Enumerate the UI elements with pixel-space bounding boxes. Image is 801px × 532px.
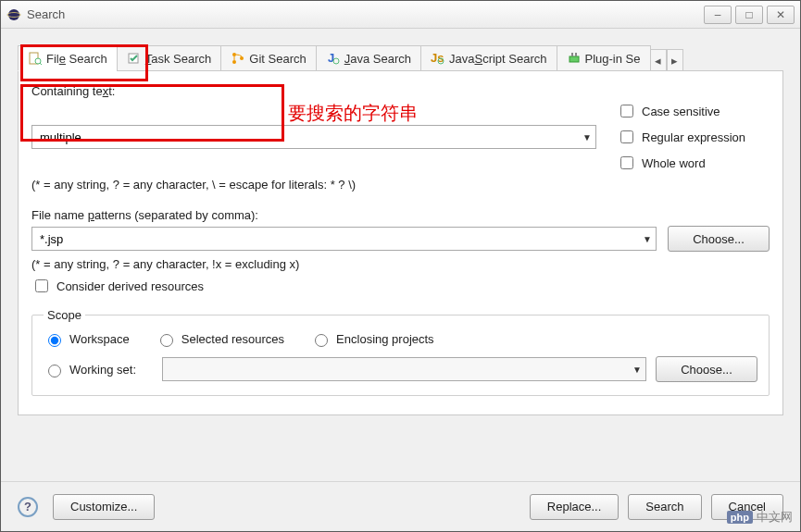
java-search-icon: J [326, 51, 341, 66]
dropdown-icon[interactable]: ▼ [582, 132, 592, 142]
svg-line-4 [40, 63, 42, 65]
search-dialog: Search – □ ✕ 要搜索的字符串 File Search Task Se… [0, 0, 801, 532]
svg-rect-13 [569, 56, 579, 62]
git-search-icon [231, 51, 245, 66]
replace-button[interactable]: Replace... [530, 494, 620, 520]
watermark-text: 中文网 [757, 509, 793, 526]
help-icon[interactable]: ? [18, 497, 38, 517]
svg-rect-14 [571, 53, 573, 56]
choose-working-set-button[interactable]: Choose... [656, 356, 757, 382]
titlebar[interactable]: Search – □ ✕ [1, 1, 800, 29]
dialog-footer: ? Customize... Replace... Search Cancel [1, 481, 800, 531]
tab-label: File Search [46, 52, 107, 66]
javascript-search-icon: Js [431, 51, 445, 66]
file-search-panel: Containing text: ▼ Case sensitive Regula… [18, 71, 783, 415]
patterns-input[interactable] [38, 231, 650, 247]
tab-git-search[interactable]: Git Search [220, 45, 316, 71]
tab-scroll-right[interactable]: ▸ [667, 49, 683, 71]
derived-checkbox[interactable]: Consider derived resources [31, 277, 770, 295]
containing-text-combo[interactable]: ▼ [31, 125, 596, 149]
working-set-input[interactable] [169, 362, 640, 377]
tab-task-search[interactable]: Task Search [117, 45, 222, 71]
tab-label: Java Search [344, 52, 411, 66]
svg-point-6 [232, 53, 236, 56]
scope-working-set-radio[interactable]: Working set: [44, 362, 153, 377]
containing-text-input[interactable] [38, 130, 590, 145]
svg-point-7 [232, 60, 236, 64]
tab-java-search[interactable]: J Java Search [316, 45, 421, 71]
tab-bar: File Search Task Search Git Search J Jav… [18, 43, 783, 71]
tab-javascript-search[interactable]: Js JavaScript Search [420, 45, 557, 71]
maximize-button[interactable]: □ [735, 6, 763, 24]
case-sensitive-checkbox[interactable]: Case sensitive [617, 102, 770, 120]
containing-text-label: Containing text: [31, 84, 770, 98]
choose-patterns-button[interactable]: Choose... [668, 226, 770, 252]
tab-label: Git Search [249, 52, 306, 66]
plugin-search-icon [567, 51, 582, 66]
regex-checkbox[interactable]: Regular expression [617, 128, 770, 146]
task-search-icon [127, 51, 142, 66]
scope-selected-radio[interactable]: Selected resources [156, 331, 284, 347]
file-search-icon [28, 51, 43, 66]
whole-word-checkbox[interactable]: Whole word [617, 154, 770, 172]
svg-text:Js: Js [431, 51, 444, 65]
scope-enclosing-radio[interactable]: Enclosing projects [310, 331, 434, 347]
content-area: File Search Task Search Git Search J Jav… [1, 29, 800, 428]
tab-label: JavaScript Search [449, 52, 547, 66]
tab-file-search[interactable]: File Search [18, 45, 118, 71]
window-title: Search [27, 7, 704, 21]
svg-point-8 [240, 56, 244, 60]
eclipse-icon [6, 7, 21, 22]
tab-plugin-search[interactable]: Plug-in Se [557, 45, 651, 71]
working-set-combo[interactable]: ▼ [162, 357, 646, 381]
dropdown-icon[interactable]: ▼ [643, 234, 652, 244]
tab-label: Plug-in Se [585, 52, 641, 66]
php-badge: php [727, 511, 753, 524]
window-controls: – □ ✕ [704, 6, 795, 24]
containing-text-hint: (* = any string, ? = any character, \ = … [31, 178, 770, 192]
tab-label: Task Search [145, 52, 212, 66]
tab-scroll-left[interactable]: ◂ [650, 49, 667, 71]
scope-workspace-radio[interactable]: Workspace [44, 331, 130, 347]
minimize-button[interactable]: – [704, 6, 732, 24]
patterns-label: File name patterns (separated by comma): [31, 208, 770, 222]
close-button[interactable]: ✕ [767, 6, 795, 24]
scope-group: Scope Workspace Selected resources Enclo… [31, 308, 770, 396]
svg-rect-15 [575, 53, 577, 56]
customize-button[interactable]: Customize... [53, 494, 155, 520]
svg-point-0 [8, 9, 19, 20]
search-button[interactable]: Search [628, 494, 701, 520]
patterns-combo[interactable]: ▼ [31, 227, 657, 251]
search-options: Case sensitive Regular expression Whole … [617, 102, 770, 172]
dropdown-icon[interactable]: ▼ [632, 365, 642, 375]
patterns-hint: (* = any string, ? = any character, !x =… [31, 257, 770, 271]
scope-legend: Scope [44, 308, 85, 322]
watermark: php 中文网 [727, 509, 793, 526]
